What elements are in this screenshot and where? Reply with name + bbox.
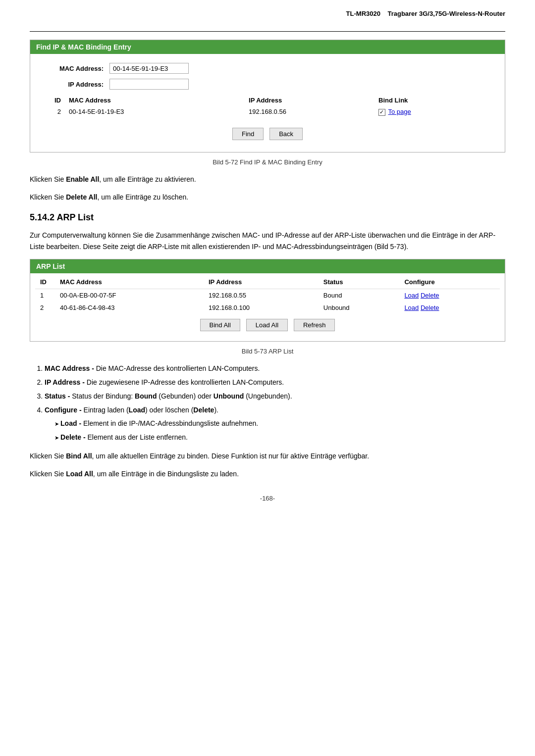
arp-row1-id: 1: [35, 289, 55, 302]
arp-th-id: ID: [35, 275, 55, 289]
ip-field-row: IP Address:: [45, 79, 490, 90]
para4: Klicken Sie Load All, um alle Einträge i…: [30, 468, 505, 479]
find-row-link: To page: [374, 106, 490, 118]
find-caption: Bild 5-72 Find IP & MAC Binding Entry: [30, 158, 505, 166]
page-number: -168-: [30, 495, 505, 502]
find-panel-body: MAC Address: IP Address: ID MAC Address …: [30, 54, 505, 152]
find-table-row: 2 00-14-5E-91-19-E3 192.168.0.56 To page: [45, 106, 490, 118]
para1: Klicken Sie Enable All, um alle Einträge…: [30, 174, 505, 185]
arp-row1-mac: 00-0A-EB-00-07-5F: [55, 289, 204, 302]
find-btn-row: Find Back: [45, 123, 490, 143]
page-header: TL-MR3020 Tragbarer 3G/3,75G-Wireless-N-…: [30, 10, 505, 22]
arp-row1-ip: 192.168.0.55: [204, 289, 319, 302]
find-table: ID MAC Address IP Address Bind Link 2 00…: [45, 95, 490, 118]
list-item-1: MAC Address - Die MAC-Adresse des kontro…: [45, 363, 505, 375]
sub-item-2: Delete - Element aus der Liste entfernen…: [54, 432, 505, 444]
refresh-button[interactable]: Refresh: [294, 319, 335, 331]
arp-caption: Bild 5-73 ARP List: [30, 348, 505, 355]
arp-table: ID MAC Address IP Address Status Configu…: [35, 275, 500, 314]
bind-all-button[interactable]: Bind All: [200, 319, 240, 331]
find-th-link: Bind Link: [374, 95, 490, 106]
section-heading: 5.14.2 ARP List: [30, 212, 505, 223]
arp-th-mac: MAC Address: [55, 275, 204, 289]
arp-row-2: 2 40-61-86-C4-98-43 192.168.0.100 Unboun…: [35, 302, 500, 314]
arp-table-header-row: ID MAC Address IP Address Status Configu…: [35, 275, 500, 289]
list-item-3: Status - Status der Bindung: Bound (Gebu…: [45, 391, 505, 403]
para3: Klicken Sie Bind All, um alle aktuellen …: [30, 451, 505, 461]
arp-th-configure: Configure: [399, 275, 500, 289]
bind-checkbox[interactable]: [378, 109, 385, 116]
find-th-ip: IP Address: [245, 95, 374, 106]
to-page-link[interactable]: To page: [388, 108, 411, 115]
arp-row1-configure: Load Delete: [399, 289, 500, 302]
arp-panel-title: ARP List: [30, 259, 505, 273]
model-label: TL-MR3020: [346, 10, 380, 17]
arp-row1-load-link[interactable]: Load: [404, 292, 419, 299]
load-all-button[interactable]: Load All: [246, 319, 288, 331]
ip-input[interactable]: [109, 79, 189, 90]
para2: Klicken Sie Delete All, um alle Einträge…: [30, 192, 505, 202]
arp-row1-status: Bound: [319, 289, 400, 302]
find-row-id: 2: [45, 106, 65, 118]
find-row-mac: 00-14-5E-91-19-E3: [65, 106, 245, 118]
find-button[interactable]: Find: [232, 128, 264, 140]
sub-list: Load - Element in die IP-/MAC-Adressbind…: [54, 418, 505, 444]
sub-item-1: Load - Element in die IP-/MAC-Adressbind…: [54, 418, 505, 430]
arp-panel-body: ID MAC Address IP Address Status Configu…: [30, 273, 505, 341]
arp-row1-delete-link[interactable]: Delete: [421, 292, 439, 299]
arp-row2-ip: 192.168.0.100: [204, 302, 319, 314]
arp-row2-delete-link[interactable]: Delete: [421, 304, 439, 311]
find-row-ip: 192.168.0.56: [245, 106, 374, 118]
find-panel-title: Find IP & MAC Binding Entry: [30, 40, 505, 54]
arp-row2-load-link[interactable]: Load: [404, 304, 419, 311]
mac-label: MAC Address:: [45, 65, 109, 72]
arp-row2-configure: Load Delete: [399, 302, 500, 314]
arp-btn-row: Bind All Load All Refresh: [35, 314, 500, 334]
arp-row2-mac: 40-61-86-C4-98-43: [55, 302, 204, 314]
ip-label: IP Address:: [45, 81, 109, 88]
mac-input[interactable]: [109, 63, 189, 74]
find-th-id: ID: [45, 95, 65, 106]
arp-intro: Zur Computerverwaltung können Sie die Zu…: [30, 230, 505, 252]
mac-field-row: MAC Address:: [45, 63, 490, 74]
arp-panel: ARP List ID MAC Address IP Address Statu…: [30, 259, 505, 342]
back-button[interactable]: Back: [269, 128, 303, 140]
arp-row2-id: 2: [35, 302, 55, 314]
arp-th-ip: IP Address: [204, 275, 319, 289]
arp-row-1: 1 00-0A-EB-00-07-5F 192.168.0.55 Bound L…: [35, 289, 500, 302]
list-item-2: IP Address - Die zugewiesene IP-Adresse …: [45, 377, 505, 389]
subtitle-label: Tragbarer 3G/3,75G-Wireless-N-Router: [387, 10, 505, 17]
find-panel: Find IP & MAC Binding Entry MAC Address:…: [30, 40, 505, 152]
arp-numbered-list: MAC Address - Die MAC-Adresse des kontro…: [45, 363, 505, 444]
arp-row2-status: Unbound: [319, 302, 400, 314]
find-th-mac: MAC Address: [65, 95, 245, 106]
list-item-4: Configure - Eintrag laden (Load) oder lö…: [45, 404, 505, 444]
arp-th-status: Status: [319, 275, 400, 289]
